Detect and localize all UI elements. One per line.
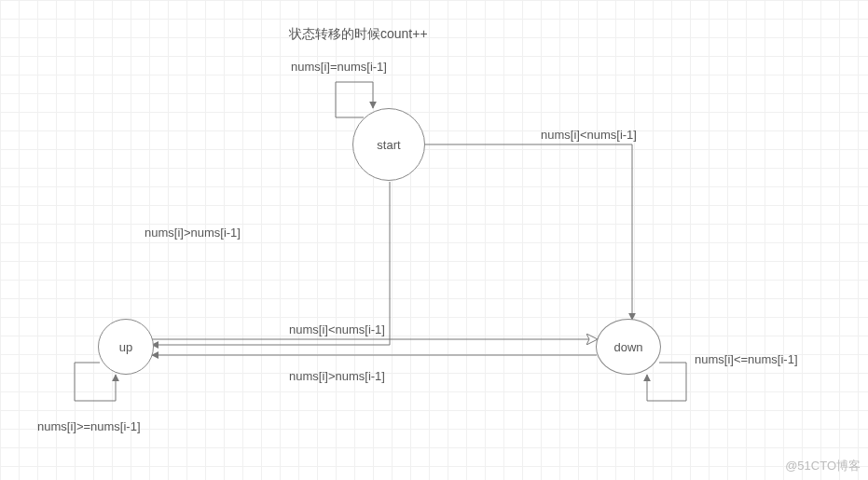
- watermark: @51CTO博客: [785, 458, 861, 474]
- label-start-to-down: nums[i]<nums[i-1]: [541, 128, 637, 142]
- label-start-self: nums[i]=nums[i-1]: [291, 60, 387, 74]
- diagram-title: 状态转移的时候count++: [289, 26, 428, 43]
- edges-layer: [0, 0, 868, 480]
- edge-start-self: [336, 82, 373, 117]
- edge-start-to-down: [416, 144, 632, 320]
- label-up-self: nums[i]>=nums[i-1]: [37, 419, 141, 433]
- edge-start-to-up: [152, 182, 390, 345]
- label-down-self: nums[i]<=nums[i-1]: [695, 352, 798, 366]
- label-start-to-up: nums[i]>nums[i-1]: [145, 226, 241, 240]
- node-start-label: start: [377, 138, 400, 152]
- label-down-to-up: nums[i]>nums[i-1]: [289, 369, 385, 383]
- node-up-label: up: [119, 340, 132, 354]
- node-start: start: [352, 108, 425, 181]
- node-up: up: [98, 319, 154, 375]
- edge-down-self: [647, 363, 686, 401]
- label-up-to-down: nums[i]<nums[i-1]: [289, 322, 385, 336]
- node-down-label: down: [613, 340, 642, 354]
- node-down: down: [596, 319, 661, 375]
